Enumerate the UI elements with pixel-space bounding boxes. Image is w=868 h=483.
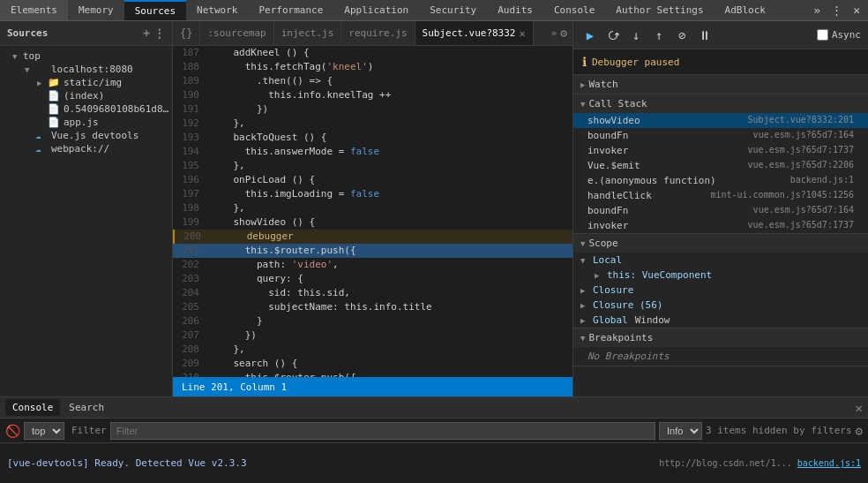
async-label: Async xyxy=(832,29,861,41)
call-stack-item-anon[interactable]: e.(anonymous function) backend.js:1 xyxy=(573,173,868,188)
step-into-button[interactable]: ↓ xyxy=(626,26,646,45)
scope-global[interactable]: ▶ Global Window xyxy=(573,313,868,328)
async-checkbox-input[interactable] xyxy=(817,29,828,41)
resume-button[interactable]: ▶ xyxy=(580,26,600,45)
tab-application[interactable]: Application xyxy=(333,0,419,20)
scope-closure1[interactable]: ▶ Closure xyxy=(573,283,868,298)
scope-this-item[interactable]: ▶ this: VueComponent xyxy=(573,268,868,283)
tree-item-static-img[interactable]: ▶ 📁 static/img xyxy=(0,76,172,89)
tree-label-static-img: static/img xyxy=(64,77,172,88)
tab-adblock[interactable]: AdBlock xyxy=(715,0,776,20)
console-source-link[interactable]: backend.js:1 xyxy=(797,458,861,468)
code-tab-injectjs[interactable]: inject.js xyxy=(274,21,342,45)
tab-console[interactable]: Console xyxy=(543,0,605,20)
format-icon[interactable]: ⚙ xyxy=(560,26,567,40)
tree-item-index[interactable]: 📄 (index) xyxy=(0,89,172,102)
tree-label-vue-devtools: Vue.js devtools xyxy=(51,130,172,141)
tab-performance[interactable]: Performance xyxy=(248,0,333,20)
call-stack-item-invoker2[interactable]: invoker vue.esm.js?65d7:1737 xyxy=(573,218,868,233)
tree-arrow-localhost: ▼ xyxy=(25,65,35,74)
step-out-button[interactable]: ↑ xyxy=(649,26,669,45)
tree-label-index: (index) xyxy=(64,90,172,102)
devtools-extra-icons: » ⋮ ✕ xyxy=(805,4,868,17)
code-editor[interactable]: 187 addKneel () { 188 this.fetchTag('kne… xyxy=(173,46,572,377)
console-no-errors-icon: 🚫 xyxy=(5,424,20,438)
call-stack-item-boundfn2[interactable]: boundFn vue.esm.js?65d7:164 xyxy=(573,203,868,218)
tab-elements[interactable]: Elements xyxy=(0,0,68,20)
sources-more-icon[interactable]: ⋮ xyxy=(153,26,165,40)
code-line-201: 201 this.$router.push({ xyxy=(173,244,572,258)
tree-item-webpack[interactable]: ☁ webpack:// xyxy=(0,142,172,155)
watch-label: Watch xyxy=(588,79,617,90)
code-line-193: 193 backToQuest () { xyxy=(173,131,572,145)
code-tab-subjectvue-label: Subject.vue?8332 xyxy=(423,27,516,39)
code-tab-sourcemap[interactable]: :sourcemap xyxy=(200,21,273,45)
tab-audits[interactable]: Audits xyxy=(487,0,543,20)
deactivate-button[interactable]: ⊘ xyxy=(672,26,692,45)
tree-item-localhost[interactable]: ▼ localhost:8080 xyxy=(0,63,172,76)
code-line-199: 199 showVideo () { xyxy=(173,215,572,230)
tree-label-hash: 0.5409680108b61d8c95e xyxy=(64,103,172,115)
code-line-195: 195 }, xyxy=(173,159,572,173)
call-stack-label: Call Stack xyxy=(588,98,647,109)
file-icon-appjs: 📄 xyxy=(48,117,62,128)
new-snippet-icon[interactable]: + xyxy=(143,26,150,40)
more-tabs-icon[interactable]: » xyxy=(811,4,823,17)
console-filter-input[interactable] xyxy=(110,422,655,440)
tab-security[interactable]: Security xyxy=(419,0,487,20)
scope-this-text: this: VueComponent xyxy=(607,269,712,281)
console-tabs-bar: Console Search ✕ xyxy=(0,397,868,419)
scope-global-arrow-icon: ▶ xyxy=(580,316,589,325)
code-tab-icon[interactable]: {} xyxy=(173,21,200,45)
code-line-202: 202 path: 'video', xyxy=(173,258,572,272)
code-line-210: 210 this.$router.push({ xyxy=(173,371,572,377)
code-tab-close-icon[interactable]: ✕ xyxy=(520,27,526,40)
tab-memory[interactable]: Memory xyxy=(68,0,124,20)
scope-this-arrow-icon: ▶ xyxy=(595,271,603,280)
tree-item-appjs[interactable]: 📄 app.js xyxy=(0,116,172,129)
scope-local-arrow-icon: ▼ xyxy=(580,256,589,265)
ext-icon-webpack: ☁ xyxy=(35,143,49,155)
watch-arrow-icon: ▶ xyxy=(580,80,585,89)
console-filter-icon: Filter xyxy=(71,425,107,436)
code-tab-requirejs-label: require.js xyxy=(348,27,407,39)
code-tab-requirejs[interactable]: require.js xyxy=(341,21,415,45)
console-level-select[interactable]: Info xyxy=(659,422,702,440)
close-devtools-icon[interactable]: ✕ xyxy=(850,4,863,17)
call-stack-item-invoker1[interactable]: invoker vue.esm.js?65d7:1737 xyxy=(573,143,868,158)
code-tab-subjectvue[interactable]: Subject.vue?8332 ✕ xyxy=(415,21,534,45)
call-stack-header[interactable]: ▼ Call Stack xyxy=(573,94,868,113)
console-settings-icon[interactable]: ⚙ xyxy=(856,424,863,438)
call-stack-item-showvideo[interactable]: showVideo Subject.vue?8332:201 xyxy=(573,113,868,128)
console-tab-console[interactable]: Console xyxy=(5,399,60,416)
scope-label: Scope xyxy=(588,238,617,249)
call-stack-item-vueemit[interactable]: Vue.$emit vue.esm.js?65d7:2206 xyxy=(573,158,868,173)
tree-item-hash[interactable]: 📄 0.5409680108b61d8c95e xyxy=(0,102,172,116)
scope-header[interactable]: ▼ Scope xyxy=(573,234,868,253)
tab-author-settings[interactable]: Author Settings xyxy=(605,0,714,20)
watch-header[interactable]: ▶ Watch xyxy=(573,75,868,94)
devtools-tab-bar: Elements Memory Sources Network Performa… xyxy=(0,0,868,21)
code-line-206: 206 } xyxy=(173,314,572,328)
code-line-187: 187 addKneel () { xyxy=(173,46,572,60)
code-tabs-more-icon[interactable]: » xyxy=(551,27,557,39)
code-line-200: 200 debugger xyxy=(173,230,572,244)
dock-icon[interactable]: ⋮ xyxy=(828,4,845,17)
tree-item-top[interactable]: ▼ top xyxy=(0,49,172,63)
close-console-icon[interactable]: ✕ xyxy=(856,401,863,415)
scope-local[interactable]: ▼ Local xyxy=(573,253,868,268)
tab-network[interactable]: Network xyxy=(186,0,248,20)
code-line-207: 207 }) xyxy=(173,328,572,343)
step-over-button[interactable] xyxy=(603,26,623,45)
tree-item-vue-devtools[interactable]: ☁ Vue.js devtools xyxy=(0,129,172,142)
pause-exceptions-button[interactable]: ⏸ xyxy=(695,26,715,45)
scope-closure2[interactable]: ▶ Closure (56) xyxy=(573,298,868,313)
call-stack-item-boundfn1[interactable]: boundFn vue.esm.js?65d7:164 xyxy=(573,128,868,143)
code-line-197: 197 this.imgLoading = false xyxy=(173,187,572,201)
console-context-select[interactable]: top xyxy=(24,422,64,440)
code-line-191: 191 }) xyxy=(173,102,572,117)
breakpoints-header[interactable]: ▼ Breakpoints xyxy=(573,328,868,347)
call-stack-item-handleclick[interactable]: handleClick mint-ui.common.js?1045:1256 xyxy=(573,188,868,203)
tab-sources[interactable]: Sources xyxy=(124,0,186,20)
console-tab-search[interactable]: Search xyxy=(62,399,111,416)
